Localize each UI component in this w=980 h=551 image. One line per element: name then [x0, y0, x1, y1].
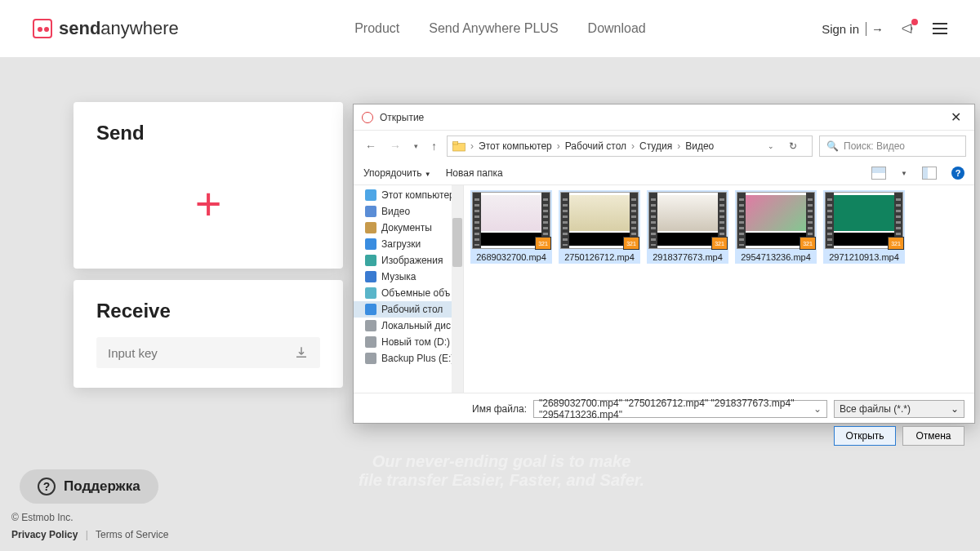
dialog-toolbar: Упорядочить ▼ Новая папка ▼ ? [354, 162, 974, 185]
file-name: 2750126712.mp4 [560, 252, 639, 262]
plus-icon: + [195, 181, 222, 227]
dialog-footer: Имя файла: "2689032700.mp4" "2750126712.… [354, 393, 974, 452]
tree-item-disk[interactable]: Новый том (D:) [354, 334, 463, 350]
back-button[interactable]: ← [362, 138, 380, 154]
folder-blue-icon [365, 206, 376, 217]
music-icon [365, 271, 376, 282]
menu-icon[interactable] [933, 23, 947, 34]
tree-item-disk[interactable]: Backup Plus (E:) [354, 350, 463, 367]
disk-icon [365, 320, 376, 331]
cancel-button[interactable]: Отмена [902, 426, 964, 446]
images-icon [365, 255, 376, 266]
tree-item-desktop[interactable]: Рабочий стол [354, 301, 463, 318]
help-button[interactable]: ? [951, 167, 964, 180]
svg-rect-1 [453, 142, 458, 144]
new-folder-button[interactable]: Новая папка [446, 167, 503, 179]
codec-badge-icon: 321 [535, 237, 551, 250]
support-label: Поддержка [64, 478, 140, 495]
right-nav: Sign in → [822, 20, 947, 37]
file-item[interactable]: 3212954713236.mp4 [735, 190, 817, 264]
slogan-l1: Our never-ending goal is to make [359, 452, 644, 471]
bc-0[interactable]: Этот компьютер [479, 140, 552, 152]
slogan-l2: file transfer Easier, Faster, and Safer. [359, 471, 644, 490]
opera-icon [362, 112, 373, 123]
nav-product[interactable]: Product [354, 21, 399, 36]
tree-item-pc[interactable]: Этот компьютер [354, 187, 463, 203]
search-icon: 🔍 [826, 140, 839, 152]
header: sendanywhere Product Send Anywhere PLUS … [0, 0, 980, 57]
tree-item-cube[interactable]: Объемные объ [354, 285, 463, 301]
bc-1[interactable]: Рабочий стол [565, 140, 626, 152]
add-file-button[interactable]: + [96, 159, 320, 249]
tree-item-doc[interactable]: Документы [354, 220, 463, 236]
up-button[interactable]: ↑ [428, 138, 440, 154]
logo[interactable]: sendanywhere [33, 18, 179, 39]
tree-item-music[interactable]: Музыка [354, 269, 463, 285]
tree-item-folder-blue[interactable]: Видео [354, 203, 463, 220]
file-item[interactable]: 3212750126712.mp4 [559, 190, 640, 264]
bc-3[interactable]: Видео [685, 140, 714, 152]
notification-dot [911, 19, 918, 25]
copyright: © Estmob Inc. [11, 509, 168, 527]
search-input[interactable]: 🔍 Поиск: Видео [819, 136, 966, 157]
file-item[interactable]: 3212689032700.mp4 [470, 190, 552, 264]
organize-menu[interactable]: Упорядочить ▼ [363, 167, 431, 179]
view-mode-button[interactable] [871, 167, 886, 180]
dialog-title: Открытие [380, 112, 946, 123]
breadcrumb-dropdown[interactable]: ⌄ [761, 140, 781, 152]
bc-2[interactable]: Студия [639, 140, 672, 152]
signin-label: Sign in [822, 22, 859, 36]
receive-title: Receive [96, 300, 320, 322]
codec-badge-icon: 321 [711, 237, 728, 250]
folder-tree: Этот компьютерВидеоДокументыЗагрузкиИзоб… [354, 185, 464, 393]
refresh-button[interactable]: ↻ [782, 139, 804, 153]
file-dialog: Открытие ✕ ← → ▾ ↑ › Этот компьютер› Раб… [353, 104, 975, 424]
file-item[interactable]: 3212971210913.mp4 [823, 190, 905, 264]
file-grid: 3212689032700.mp43212750126712.mp4321291… [464, 185, 974, 393]
codec-badge-icon: 321 [623, 237, 639, 250]
file-name: 2918377673.mp4 [648, 252, 727, 262]
file-name: 2954713236.mp4 [737, 252, 815, 262]
view-dropdown[interactable]: ▼ [901, 170, 907, 177]
download-icon[interactable] [294, 345, 309, 360]
nav: Product Send Anywhere PLUS Download [354, 21, 646, 36]
legal: © Estmob Inc. Privacy Policy | Terms of … [11, 509, 168, 544]
file-name: 2971210913.mp4 [825, 252, 903, 262]
desktop-icon [365, 304, 376, 315]
terms-link[interactable]: Terms of Service [96, 529, 168, 540]
tree-item-download[interactable]: Загрузки [354, 236, 463, 252]
breadcrumb[interactable]: › Этот компьютер› Рабочий стол› Студия› … [447, 136, 813, 157]
nav-download[interactable]: Download [588, 21, 646, 36]
download-icon [365, 238, 376, 250]
announce-icon[interactable] [900, 20, 916, 37]
codec-badge-icon: 321 [800, 237, 816, 250]
key-input[interactable] [108, 346, 294, 360]
disk-icon [365, 336, 376, 348]
dialog-navbar: ← → ▾ ↑ › Этот компьютер› Рабочий стол› … [354, 131, 974, 162]
filetype-filter[interactable]: Все файлы (*.*)⌄ [834, 400, 964, 418]
folder-icon [452, 140, 466, 152]
file-name: 2689032700.mp4 [472, 252, 550, 262]
logo-main: send [59, 18, 100, 38]
tree-item-images[interactable]: Изображения [354, 252, 463, 269]
preview-pane-button[interactable] [922, 167, 937, 180]
nav-plus[interactable]: Send Anywhere PLUS [429, 21, 558, 36]
privacy-link[interactable]: Privacy Policy [11, 529, 78, 540]
search-placeholder: Поиск: Видео [844, 140, 905, 152]
forward-button[interactable]: → [386, 138, 404, 154]
logo-icon [33, 19, 52, 38]
send-card: Send + [74, 102, 343, 269]
disk-icon [365, 353, 376, 364]
recent-dropdown[interactable]: ▾ [411, 140, 421, 152]
send-title: Send [96, 122, 320, 144]
file-item[interactable]: 3212918377673.mp4 [647, 190, 728, 264]
signin-link[interactable]: Sign in → [822, 22, 884, 36]
dialog-titlebar: Открытие ✕ [354, 104, 974, 131]
filename-label: Имя файла: [363, 403, 527, 415]
tree-item-disk[interactable]: Локальный дис [354, 318, 463, 334]
close-button[interactable]: ✕ [946, 109, 966, 125]
open-button[interactable]: Открыть [834, 426, 896, 446]
filename-input[interactable]: "2689032700.mp4" "2750126712.mp4" "29183… [533, 400, 827, 418]
signin-arrow-icon: → [866, 22, 884, 36]
support-button[interactable]: ? Поддержка [20, 469, 158, 504]
